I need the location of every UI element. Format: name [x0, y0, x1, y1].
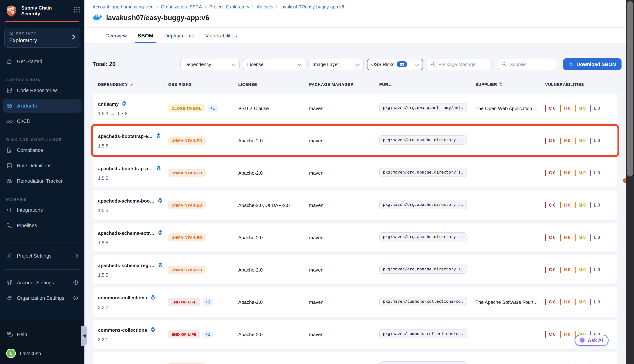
license-cell: BSD-2-Clause [238, 106, 309, 111]
sidebar-item-rule-definitions[interactable]: Rule Definitions [3, 158, 82, 172]
sidebar-item-integrations[interactable]: Integrations [3, 203, 82, 217]
table-row[interactable]: apacheds-schema-boo… 1.5.5 UNMAINTA [93, 190, 617, 220]
vuln-count-medium: M0 [575, 170, 585, 176]
ask-ai-label: Ask AI [588, 338, 603, 343]
purl-pill[interactable]: pkg:maven/org.apache.directory.s… [379, 200, 467, 209]
table-row[interactable]: commons-collections 3.2.2 END OF LI [93, 287, 617, 317]
org-chart-gear-icon [6, 295, 13, 301]
tab-vulnerabilities[interactable]: Vulnerabilities [205, 28, 237, 43]
breadcrumb-organization[interactable]: Organization: SSCA [161, 4, 202, 10]
sidebar: Supply Chain Security PROJECT [0, 0, 85, 364]
download-sbom-button[interactable]: Download SBOM [563, 58, 622, 70]
tab-deployments[interactable]: Deployments [164, 28, 194, 43]
breadcrumb-separator: › [252, 4, 254, 10]
oss-risk-badge: UNMAINTAINED [168, 136, 206, 144]
sort-desc-icon [130, 82, 134, 86]
dependency-name: apacheds-bootstrap-e… [98, 134, 153, 139]
table-body: antisamy 1.5.3 → 1.7.8 CLOSE TO EOL+1 [93, 94, 617, 364]
oss-risk-more-badge[interactable]: +1 [203, 298, 213, 306]
scrollbar-track[interactable] [626, 0, 634, 364]
tab-sbom[interactable]: SBOM [138, 28, 153, 43]
vuln-count-low: L0 [590, 299, 600, 305]
purl-pill[interactable]: pkg:maven/org.apache.directory.s… [379, 135, 467, 144]
oss-risk-badge: UNMAINTAINED [168, 233, 206, 242]
breadcrumb-current[interactable]: lavakush07/easy-buggy-app:v6 [280, 4, 344, 10]
license-filter-select[interactable]: License [243, 58, 306, 70]
purl-pill[interactable]: pkg:maven/org.apache.directory.s… [379, 168, 467, 177]
table-row[interactable]: apacheds-bootstrap-p… 1.5.5 UNMAINT [93, 158, 617, 188]
image-layer-filter-select[interactable]: Image Layer [309, 58, 364, 70]
purl-pill[interactable]: pkg:maven/commons-collections/co… [379, 329, 467, 338]
oss-risk-badge: END OF LIFE [168, 298, 200, 306]
sidebar-item-project-settings[interactable]: Project Settings [3, 249, 82, 263]
oss-risks-filter-select[interactable]: OSS Risks 03 [367, 58, 423, 70]
purl-pill[interactable]: pkg:maven/org.apache.directory.s… [379, 232, 467, 241]
sidebar-collapse-handle[interactable] [81, 326, 87, 346]
breadcrumb-account[interactable]: Account: app-harness-ng-cicd [93, 4, 154, 10]
toolbar: Total: 20 Dependency License Image Layer [85, 44, 626, 70]
oss-risk-more-badge[interactable]: +1 [203, 330, 213, 338]
info-icon[interactable] [73, 296, 78, 300]
column-vulnerabilities: VULNERABILITIES [545, 82, 612, 86]
breadcrumb-artifacts[interactable]: Artifacts [257, 4, 273, 10]
table-row[interactable]: apacheds-schema-regi… 1.5.5 UNMAINT [93, 255, 617, 284]
vulnerabilities-cell: C0H0M0L0 [545, 170, 612, 176]
sidebar-item-account-settings[interactable]: Account Settings [3, 276, 82, 290]
module-grid-icon[interactable] [74, 4, 80, 14]
vuln-count-critical: C0 [545, 105, 556, 111]
column-dependency[interactable]: DEPENDENCY [98, 82, 168, 86]
search-icon [502, 61, 506, 68]
vulnerabilities-cell: C0H0M0L0 [545, 299, 612, 305]
sidebar-item-code-repositories[interactable]: Code Repositories [3, 83, 82, 97]
sidebar-item-label: CI/CD [17, 118, 31, 124]
table-row[interactable]: commons-configuration UNMAINTAINED [93, 352, 617, 364]
layers-gear-icon [6, 279, 13, 286]
breadcrumb: Account: app-harness-ng-cicd › Organizat… [93, 4, 618, 10]
sidebar-item-get-started[interactable]: Get Started [3, 54, 82, 68]
purl-pill[interactable]: pkg:maven/commons-configuration/… [379, 361, 467, 364]
sidebar-item-help[interactable]: ? Help [3, 327, 82, 341]
chevron-down-icon [232, 62, 236, 67]
scrollbar-thumb[interactable] [627, 1, 633, 176]
table-row[interactable]: antisamy 1.5.3 → 1.7.8 CLOSE TO EOL+1 [93, 94, 617, 123]
page-header: Account: app-harness-ng-cicd › Organizat… [85, 0, 626, 28]
info-icon[interactable] [73, 280, 78, 285]
user-name: Lavakush [20, 350, 41, 356]
svg-text:?: ? [8, 332, 10, 335]
sidebar-item-label: Account Settings [17, 280, 54, 285]
oss-risk-more-badge[interactable]: +1 [208, 104, 218, 112]
purl-pill[interactable]: pkg:maven/org.owasp.antisamy/ant… [379, 103, 467, 112]
project-selector[interactable]: PROJECT Exploratory [5, 28, 80, 48]
dependency-filter-select[interactable]: Dependency [180, 58, 240, 70]
supplier-input[interactable] [509, 61, 554, 67]
main-content: Account: app-harness-ng-cicd › Organizat… [85, 0, 626, 364]
purl-pill[interactable]: pkg:maven/org.apache.directory.s… [379, 264, 467, 274]
package-manager-input[interactable] [438, 61, 488, 67]
sidebar-section-supply-chain: SUPPLY CHAIN [6, 78, 78, 82]
sidebar-item-remediation-tracker[interactable]: Remediation Tracker [3, 174, 82, 188]
package-manager-cell: maven [309, 170, 379, 176]
sidebar-item-compliance[interactable]: Compliance [3, 143, 82, 157]
sidebar-item-cicd[interactable]: CI/CD [3, 114, 82, 128]
breadcrumb-project[interactable]: Project: Exploratory [209, 4, 249, 10]
tab-overview[interactable]: Overview [105, 28, 127, 43]
purl-cell: pkg:maven/org.owasp.antisamy/ant… [379, 103, 475, 114]
table-row[interactable]: commons-collections 3.2.1 END OF LI [93, 320, 617, 349]
vuln-count-critical: C0 [545, 234, 556, 240]
ask-ai-button[interactable]: Ask AI [574, 335, 608, 346]
package-manager-cell: maven [309, 299, 379, 305]
avatar: L [6, 348, 16, 358]
column-supplier[interactable]: SUPPLIER [475, 82, 545, 87]
sidebar-item-artifacts[interactable]: Artifacts [3, 99, 82, 113]
sidebar-item-pipelines[interactable]: Pipelines [3, 218, 82, 232]
sidebar-item-organization-settings[interactable]: Organization Settings [3, 291, 82, 305]
sidebar-user[interactable]: L Lavakush [3, 346, 82, 360]
purl-pill[interactable]: pkg:maven/commons-collections/co… [379, 297, 467, 306]
oss-risk-badge: CLOSE TO EOL [168, 104, 205, 112]
vuln-count-medium: M0 [575, 138, 585, 144]
vuln-count-low: L0 [590, 234, 600, 240]
table-row[interactable]: apacheds-schema-extr… 1.5.5 UNMAINT [93, 223, 617, 252]
home-icon [6, 58, 13, 64]
table-row[interactable]: apacheds-bootstrap-e… 1.5.5 UNMAINT [93, 126, 617, 155]
purl-cell: pkg:maven/commons-configuration/… [379, 361, 475, 364]
